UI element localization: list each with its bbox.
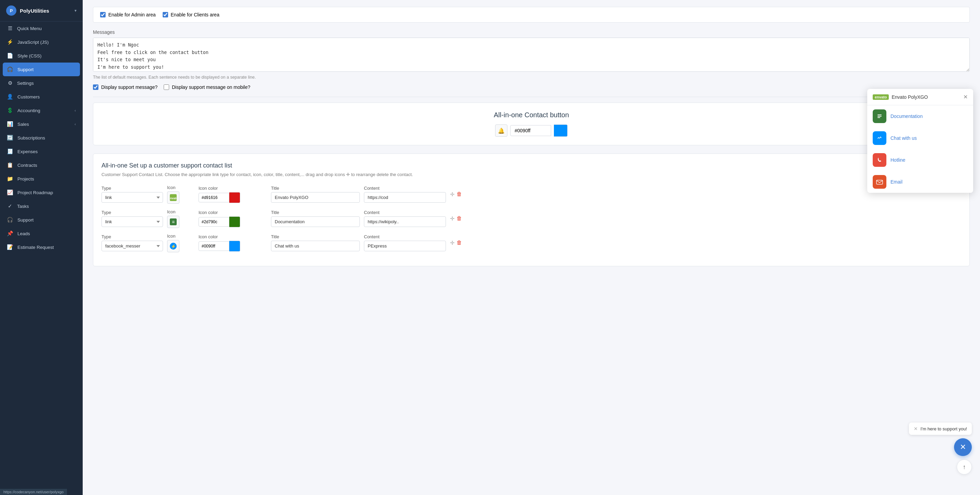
sidebar-item-label: Project Roadmap [18,190,76,195]
delete-btn-1[interactable]: 🗑 [457,191,462,197]
projects-icon: 📁 [7,176,13,182]
svg-text:≡: ≡ [172,219,175,224]
chat-fab-button[interactable]: ✕ [954,438,972,456]
sidebar-item-javascript[interactable]: ⚡ JavaScript (JS) [0,35,83,49]
sales-icon: 📊 [7,121,13,127]
contact-list-section: All-in-one Set up a customer support con… [93,153,970,266]
title-input-1[interactable] [271,192,360,203]
icon-preview-2[interactable]: ≡ [167,216,180,228]
popup-panel: envato Envato PolyXGO ✕ Documentation Ch… [867,89,973,193]
popup-item-chat[interactable]: Chat with us [867,127,973,149]
icon-preview-3[interactable]: ⚡ [167,240,180,252]
enable-clients-area-checkbox[interactable]: Enable for Clients area [163,12,220,18]
icon-color-label-2: Icon color [199,210,267,215]
popup-item-email[interactable]: Email [867,171,973,193]
enable-admin-area-checkbox[interactable]: Enable for Admin area [100,12,156,18]
display-support-message-input[interactable] [93,84,99,90]
contact-button-section: All-in-one Contact button 🔔 [93,103,970,145]
sidebar-item-settings[interactable]: ⚙ Settings [0,76,83,90]
title-input-2[interactable] [271,216,360,227]
clients-area-checkbox-input[interactable] [163,12,168,18]
type-select-2[interactable]: link [102,216,163,227]
sidebar-item-customers[interactable]: 👤 Customers [0,90,83,103]
sidebar-item-expenses[interactable]: 🧾 Expenses [0,145,83,158]
messages-hint: The list of default messages. Each sente… [93,75,970,80]
scroll-top-button[interactable]: ↑ [957,460,972,474]
delete-btn-3[interactable]: 🗑 [457,240,462,246]
messages-section: Messages Hello! I'm Ngoc Feel free to cl… [93,29,970,90]
popup-header: envato Envato PolyXGO ✕ [867,89,973,105]
brand-logo: P [6,5,16,16]
delete-btn-2[interactable]: 🗑 [457,215,462,221]
sidebar-item-contracts[interactable]: 📋 Contracts [0,158,83,172]
content-input-2[interactable] [364,216,446,227]
icon-color-input-3[interactable] [199,241,229,251]
svg-rect-9 [878,117,880,118]
sidebar-item-label: Expenses [18,149,76,154]
svg-rect-7 [878,115,881,115]
clients-area-label: Enable for Clients area [171,12,220,18]
icon-color-swatch-1[interactable] [229,192,240,203]
contact-button-color-input[interactable] [510,125,551,136]
type-select-1[interactable]: link [102,192,163,203]
display-on-mobile-checkbox[interactable]: Display support message on mobile? [164,84,250,90]
messages-textarea[interactable]: Hello! I'm Ngoc Feel free to click on th… [93,38,970,72]
icon-color-swatch-2[interactable] [229,216,240,227]
popup-item-hotline[interactable]: Hotline [867,149,973,171]
sidebar-item-label: Subscriptions [18,135,76,140]
contact-button-color-swatch[interactable] [554,124,568,137]
popup-close-button[interactable]: ✕ [963,94,968,100]
display-on-mobile-label: Display support message on mobile? [172,84,250,90]
settings-icon: ⚙ [7,80,13,86]
icon-preview-1[interactable]: envato [167,191,180,204]
icon-color-swatch-3[interactable] [229,241,240,251]
title-input-3[interactable] [271,241,360,251]
type-select-3[interactable]: facebook_messer [102,241,163,251]
sidebar-chevron-icon[interactable]: ▾ [75,8,76,13]
sidebar-item-quick-menu[interactable]: ☰ Quick Menu [0,22,83,35]
sidebar-item-label: Customers [18,94,76,99]
icon-label-1: Icon [167,185,194,190]
display-support-message-checkbox[interactable]: Display support message? [93,84,158,90]
admin-area-checkbox-input[interactable] [100,12,106,18]
sidebar-item-label: Quick Menu [17,26,76,31]
drag-handle-3[interactable]: ✛ [450,240,455,246]
icon-label-2: Icon [167,209,194,214]
chat-bubble-area: ✕ I'm here to support you! ✕ ↑ [909,423,972,474]
documentation-icon [873,110,886,123]
sidebar-item-tasks[interactable]: ✓ Tasks [0,199,83,213]
sidebar-item-support[interactable]: 🎧 Support [3,62,80,76]
svg-point-11 [876,156,883,164]
chat-message-close-icon[interactable]: ✕ [914,426,918,431]
icon-color-input-2[interactable] [199,217,229,227]
type-label-1: Type [102,186,163,191]
sidebar-item-sales[interactable]: 📊 Sales ‹ [0,117,83,131]
contact-list-hint: Customer Support Contact List. Choose th… [102,171,961,178]
svg-rect-13 [877,180,883,184]
sidebar-item-label: Accounting [18,108,70,113]
contact-button-icon-btn[interactable]: 🔔 [495,124,508,137]
sidebar-item-label: Support [18,67,76,72]
admin-area-label: Enable for Admin area [108,12,156,18]
content-input-1[interactable] [364,192,446,203]
content-input-3[interactable] [364,241,446,251]
sidebar-item-projects[interactable]: 📁 Projects [0,172,83,186]
type-label-2: Type [102,210,163,215]
popup-item-documentation[interactable]: Documentation [867,105,973,127]
accounting-arrow-icon: ‹ [75,108,76,113]
sidebar-item-support-nav[interactable]: 🎧 Support [0,213,83,227]
sidebar-item-estimate-request[interactable]: 📝 Estimate Request [0,240,83,254]
icon-color-input-1[interactable] [199,193,229,202]
display-on-mobile-input[interactable] [164,84,169,90]
icon-color-label-3: Icon color [199,234,267,239]
sidebar-item-subscriptions[interactable]: 🔄 Subscriptions [0,131,83,145]
sidebar-item-project-roadmap[interactable]: 📈 Project Roadmap [0,186,83,199]
drag-handle-1[interactable]: ✛ [450,191,455,197]
chat-message-box: ✕ I'm here to support you! [909,423,972,435]
sidebar-item-style-css[interactable]: 📄 Style (CSS) [0,49,83,62]
sidebar-item-accounting[interactable]: 💲 Accounting ‹ [0,103,83,117]
contact-row-2: Type link Icon ≡ Icon color [102,209,961,228]
brand-area[interactable]: P PolyUtilities [6,5,49,16]
drag-handle-2[interactable]: ✛ [450,215,455,222]
sidebar-item-leads[interactable]: 📌 Leads [0,227,83,240]
